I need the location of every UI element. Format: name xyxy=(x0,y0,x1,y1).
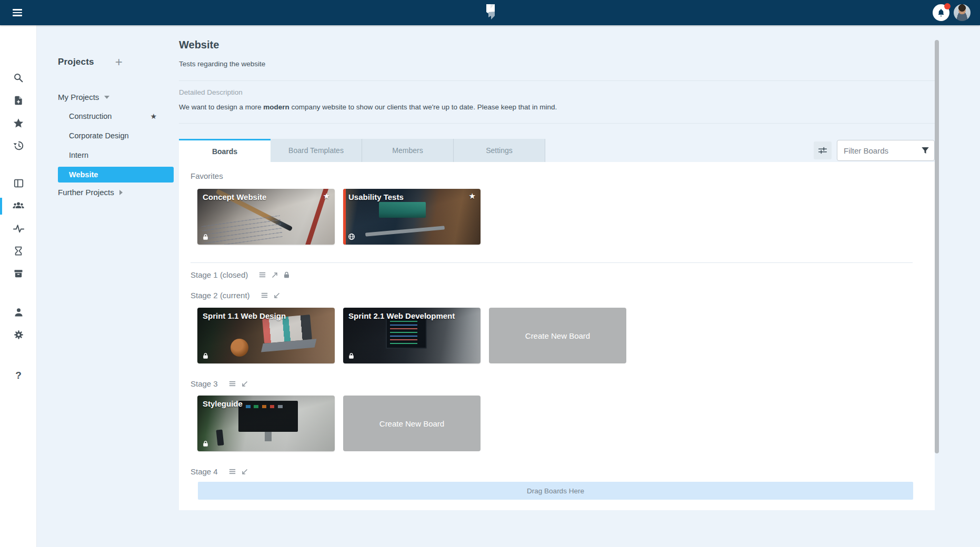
archive-icon[interactable] xyxy=(0,264,37,283)
bell-icon xyxy=(936,8,946,17)
activity-pulse-icon[interactable] xyxy=(0,219,37,238)
stage-menu-icon[interactable] xyxy=(260,291,269,300)
page-title: Website xyxy=(179,25,935,51)
private-lock-icon xyxy=(202,352,209,359)
star-icon[interactable] xyxy=(0,114,37,133)
divider xyxy=(191,262,913,263)
hourglass-icon[interactable] xyxy=(0,241,37,260)
description-text: We want to design a more modern company … xyxy=(179,103,935,111)
icon-sidebar: ? xyxy=(0,25,37,547)
stage-2-header: Stage 2 (current) xyxy=(191,291,935,300)
private-lock-icon xyxy=(202,234,209,240)
project-item-construction[interactable]: Construction ★ xyxy=(64,108,188,124)
my-projects-group-toggle[interactable]: My Projects xyxy=(58,93,109,102)
drag-boards-drop-zone[interactable]: Drag Boards Here xyxy=(198,482,913,500)
board-title: Sprint 2.1 Web Development xyxy=(348,311,465,320)
stage-3-cards-row: Styleguide Create New Board xyxy=(197,396,935,451)
board-card-sprint-2-1-web-development[interactable]: Sprint 2.1 Web Development xyxy=(343,308,481,363)
private-lock-icon xyxy=(202,440,209,447)
help-icon[interactable]: ? xyxy=(0,366,37,384)
stage-4-header: Stage 4 xyxy=(191,467,935,476)
stage-1-header: Stage 1 (closed) xyxy=(191,270,935,279)
groups-icon[interactable] xyxy=(0,196,37,215)
board-title: Sprint 1.1 Web Design xyxy=(203,311,319,320)
stage-label: Stage 3 xyxy=(191,379,218,388)
board-card-concept-website[interactable]: Concept Website ★ xyxy=(197,189,335,245)
stage-menu-icon[interactable] xyxy=(228,379,237,388)
project-item-intern[interactable]: Intern xyxy=(64,147,188,163)
board-star-icon[interactable]: ★ xyxy=(323,191,330,201)
stage-label: Stage 1 (closed) xyxy=(191,270,248,279)
note-add-icon[interactable] xyxy=(0,91,37,110)
user-avatar[interactable] xyxy=(954,4,971,21)
board-card-usability-tests[interactable]: Usability Tests ★ xyxy=(343,189,481,245)
tab-members[interactable]: Members xyxy=(362,139,454,162)
create-new-board-button[interactable]: Create New Board xyxy=(343,396,481,451)
person-icon[interactable] xyxy=(0,302,37,321)
public-globe-icon xyxy=(348,233,355,240)
board-title: Concept Website xyxy=(203,193,319,201)
stage-3-header: Stage 3 xyxy=(191,379,935,388)
stage-expand-icon[interactable] xyxy=(271,271,279,279)
further-projects-toggle[interactable]: Further Projects xyxy=(58,188,123,197)
app-window: ? Projects + My Projects Construction ★ … xyxy=(0,0,980,547)
boards-toolbar xyxy=(814,139,935,162)
board-title: Usability Tests xyxy=(348,193,465,201)
sort-options-button[interactable] xyxy=(814,141,832,159)
project-subtitle: Tests regarding the website xyxy=(179,60,935,68)
board-star-icon[interactable]: ★ xyxy=(469,191,476,201)
project-item-website-selected[interactable]: Website xyxy=(58,167,174,183)
private-lock-icon xyxy=(348,352,355,359)
divider xyxy=(179,123,935,124)
board-card-styleguide[interactable]: Styleguide xyxy=(197,396,335,451)
hamburger-menu-icon[interactable] xyxy=(13,7,23,18)
stage-label: Stage 2 (current) xyxy=(191,291,250,300)
stage-label: Stage 4 xyxy=(191,467,218,476)
favorite-star-icon: ★ xyxy=(150,112,157,120)
stage-collapse-icon[interactable] xyxy=(241,468,249,476)
board-columns-icon[interactable] xyxy=(0,174,37,193)
add-project-button[interactable]: + xyxy=(115,57,123,67)
top-bar xyxy=(0,0,980,25)
board-color-stripe xyxy=(343,189,346,245)
favorites-cards-row: Concept Website ★ Usability Tests ★ xyxy=(197,189,935,245)
projects-panel-title: Projects xyxy=(58,57,94,67)
stage-menu-icon[interactable] xyxy=(258,270,267,279)
notification-bell-button[interactable] xyxy=(933,4,949,21)
stage-2-cards-row: Sprint 1.1 Web Design Sprint 2.1 Web Dev… xyxy=(197,308,935,363)
project-item-corporate-design[interactable]: Corporate Design xyxy=(64,128,188,144)
divider xyxy=(179,80,935,81)
board-card-sprint-1-1-web-design[interactable]: Sprint 1.1 Web Design xyxy=(197,308,335,363)
chevron-right-icon xyxy=(119,190,123,195)
notification-badge xyxy=(944,3,951,9)
stage-locked-icon xyxy=(283,271,291,279)
tab-board-templates[interactable]: Board Templates xyxy=(271,139,362,162)
chevron-down-icon xyxy=(104,96,109,99)
vertical-scrollbar[interactable] xyxy=(935,40,939,453)
funnel-filter-icon[interactable] xyxy=(921,146,930,155)
projects-panel: Projects + My Projects Construction ★ Co… xyxy=(37,25,179,547)
create-new-board-button[interactable]: Create New Board xyxy=(489,308,626,363)
stage-menu-icon[interactable] xyxy=(228,467,237,476)
app-logo-icon xyxy=(484,4,497,22)
tab-settings[interactable]: Settings xyxy=(454,139,545,162)
settings-gear-icon[interactable] xyxy=(0,325,37,344)
stage-collapse-icon[interactable] xyxy=(241,380,249,388)
tab-bar: Boards Board Templates Members Settings xyxy=(179,139,935,162)
description-label: Detailed Description xyxy=(179,88,935,96)
boards-sheet: Favorites Concept Website ★ Usabili xyxy=(179,162,935,510)
tune-icon xyxy=(817,145,828,156)
board-title: Styleguide xyxy=(203,399,319,408)
favorites-section-label: Favorites xyxy=(191,171,935,180)
history-icon[interactable] xyxy=(0,136,37,155)
filter-boards-field xyxy=(837,140,935,161)
search-icon[interactable] xyxy=(0,68,37,87)
tab-boards[interactable]: Boards xyxy=(179,139,271,162)
stage-collapse-icon[interactable] xyxy=(273,291,281,300)
main-content: Website Tests regarding the website Deta… xyxy=(179,25,935,547)
